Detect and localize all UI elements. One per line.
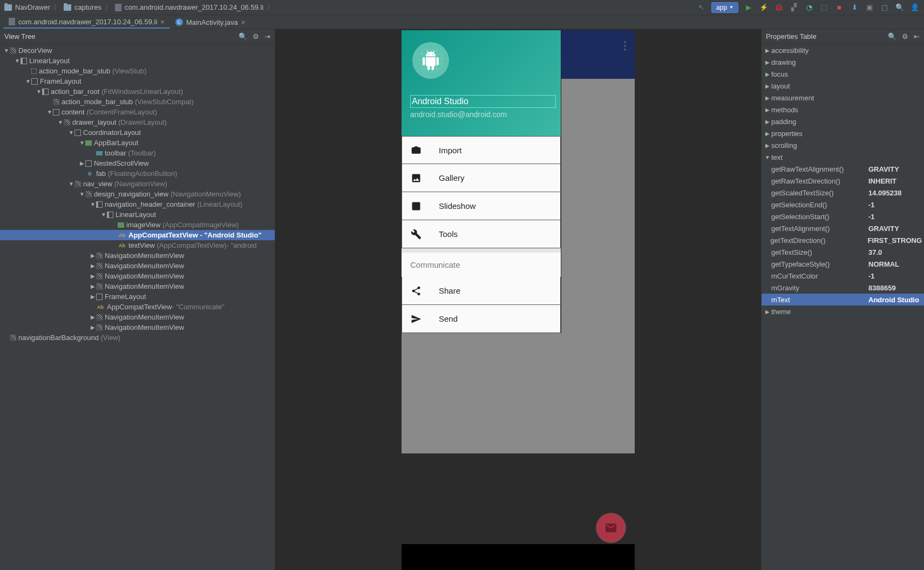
breadcrumb-separator: 〉 [267, 3, 274, 12]
tree-row[interactable]: action_mode_bar_stub (ViewStubCompat) [0, 97, 275, 107]
prop-group[interactable]: properties [762, 127, 924, 139]
tree-row[interactable]: NavigationMenuItemView [0, 271, 275, 281]
properties-list[interactable]: accessibility drawing focus layout measu… [762, 44, 924, 570]
android-icon [421, 51, 440, 70]
hammer-icon[interactable]: ↖ [696, 3, 706, 12]
tree-row[interactable]: nav_view (NavigationView) [0, 179, 275, 189]
prop-row[interactable]: getScaledTextSize()14.095238 [762, 187, 924, 199]
view-tree[interactable]: DecorView LinearLayout action_mode_bar_s… [0, 44, 275, 570]
stop-icon[interactable]: ■ [834, 3, 844, 12]
tree-label: NavigationMenuItemView [105, 282, 184, 290]
nav-item-import[interactable]: Import [402, 136, 561, 164]
tab-mainactivity[interactable]: C MainActivity.java × [170, 16, 250, 29]
view-icon [64, 119, 70, 126]
run-config-select[interactable]: app [711, 2, 738, 13]
prop-group[interactable]: methods [762, 104, 924, 116]
search-icon[interactable]: 🔍 [239, 32, 247, 40]
sdk-icon[interactable]: ▣ [865, 3, 874, 12]
tree-hint: (AppCompatImageView) [162, 221, 239, 229]
tree-row[interactable]: LinearLayout [0, 209, 275, 220]
prop-group[interactable]: accessibility [762, 44, 924, 56]
view-icon [96, 283, 103, 290]
search-icon[interactable]: 🔍 [895, 3, 905, 12]
prop-group[interactable]: drawing [762, 56, 924, 68]
download-icon[interactable]: ⬇ [850, 3, 859, 12]
prop-group[interactable]: text [762, 151, 924, 163]
prop-group[interactable]: padding [762, 116, 924, 127]
prop-row[interactable]: getTextAlignment()GRAVITY [762, 222, 924, 234]
nav-item-send[interactable]: Send [402, 305, 561, 333]
avd-icon[interactable]: ▢ [880, 3, 889, 12]
attach-icon[interactable]: ⬚ [819, 3, 829, 12]
prop-group[interactable]: layout [762, 80, 924, 92]
prop-group[interactable]: theme [762, 306, 924, 317]
prop-row[interactable]: getRawTextDirection()INHERIT [762, 175, 924, 187]
prop-row[interactable]: getTypefaceStyle()NORMAL [762, 258, 924, 270]
prop-row[interactable]: getSelectionEnd()-1 [762, 199, 924, 211]
tree-row[interactable]: content (ContentFrameLayout) [0, 107, 275, 117]
tree-row[interactable]: CoordinatorLayout [0, 127, 275, 138]
tree-row[interactable]: textView (AppCompatTextView) - "android [0, 240, 275, 250]
tree-row-selected[interactable]: AppCompatTextView - "Android Studio" [0, 230, 275, 240]
breadcrumb-item-root[interactable]: NavDrawer [4, 3, 50, 11]
avatar-icon[interactable]: 👤 [910, 3, 920, 12]
tree-row[interactable]: navigation_header_container (LinearLayou… [0, 199, 275, 209]
tree-row[interactable]: NavigationMenuItemView [0, 261, 275, 271]
close-icon[interactable]: × [160, 18, 165, 26]
run-icon[interactable]: ▶ [744, 3, 753, 12]
tree-row[interactable]: NestedScrollView [0, 158, 275, 168]
tree-row[interactable]: NavigationMenuItemView [0, 281, 275, 291]
tree-row[interactable]: LinearLayout [0, 56, 275, 66]
tree-row[interactable]: ⊕fab (FloatingActionButton) [0, 168, 275, 179]
panel-title: View Tree [4, 32, 36, 40]
tab-layout-inspector[interactable]: com.android.navdrawer_2017.10.24_06.59.l… [3, 16, 170, 29]
prop-group[interactable]: focus [762, 68, 924, 80]
tree-row[interactable]: FrameLayout [0, 291, 275, 302]
tree-row[interactable]: NavigationMenuItemView [0, 322, 275, 332]
prop-group[interactable]: measurement [762, 92, 924, 104]
lightning-icon[interactable]: ⚡ [759, 3, 769, 12]
tree-row[interactable]: navigationBarBackground (View) [0, 332, 275, 343]
tree-label: NavigationMenuItemView [105, 313, 184, 321]
tree-row[interactable]: AppCompatTextView - "Communicate" [0, 302, 275, 312]
gauge-icon[interactable]: ◔ [804, 3, 814, 12]
prop-row[interactable]: getTextDirection()FIRST_STRONG [762, 234, 924, 246]
gear-icon[interactable]: ⚙ [902, 32, 908, 40]
tree-row[interactable]: FrameLayout [0, 76, 275, 86]
breadcrumb-item-file[interactable]: com.android.navdrawer_2017.10.24_06.59.l… [115, 3, 263, 11]
tree-row[interactable]: NavigationMenuItemView [0, 312, 275, 322]
nav-item-slideshow[interactable]: Slideshow [402, 192, 561, 220]
nav-item-tools[interactable]: Tools [402, 220, 561, 248]
fab-button[interactable] [596, 513, 626, 543]
prop-row-selected[interactable]: mTextAndroid Studio [762, 294, 924, 306]
profile-icon[interactable]: ▞ [789, 3, 799, 12]
nav-item-share[interactable]: Share [402, 277, 561, 305]
tree-row[interactable]: DecorView [0, 45, 275, 56]
panel-title: Properties Table [766, 32, 817, 40]
prop-row[interactable]: getSelectionStart()-1 [762, 211, 924, 222]
collapse-icon[interactable]: ⇥ [264, 32, 270, 40]
nav-item-gallery[interactable]: Gallery [402, 164, 561, 192]
close-icon[interactable]: × [241, 18, 246, 26]
breadcrumb-item-captures[interactable]: captures [64, 3, 101, 11]
debug-icon[interactable]: 🐞 [774, 3, 784, 12]
search-icon[interactable]: 🔍 [888, 32, 896, 40]
prop-group[interactable]: scrolling [762, 139, 924, 151]
overflow-menu-icon[interactable] [624, 41, 626, 51]
prop-row[interactable]: getRawTextAlignment()GRAVITY [762, 163, 924, 175]
tree-row[interactable]: AppBarLayout [0, 138, 275, 148]
gear-icon[interactable]: ⚙ [253, 32, 259, 40]
device-preview[interactable]: Android Studio android.studio@android.co… [402, 30, 635, 570]
tree-row[interactable]: action_bar_root (FitWindowsLinearLayout) [0, 86, 275, 97]
tree-row[interactable]: action_mode_bar_stub (ViewStub) [0, 66, 275, 76]
tree-row[interactable]: NavigationMenuItemView [0, 250, 275, 261]
tree-row[interactable]: toolbar (Toolbar) [0, 148, 275, 158]
tree-row[interactable]: drawer_layout (DrawerLayout) [0, 117, 275, 127]
prop-row[interactable]: mGravity8388659 [762, 282, 924, 294]
prop-row[interactable]: getTextSize()37.0 [762, 246, 924, 258]
collapse-icon[interactable]: ⇤ [914, 32, 920, 40]
text-icon [118, 231, 126, 240]
prop-row[interactable]: mCurTextColor-1 [762, 270, 924, 282]
tree-row[interactable]: design_navigation_view (NavigationMenuVi… [0, 189, 275, 199]
tree-row[interactable]: imageView (AppCompatImageView) [0, 220, 275, 230]
